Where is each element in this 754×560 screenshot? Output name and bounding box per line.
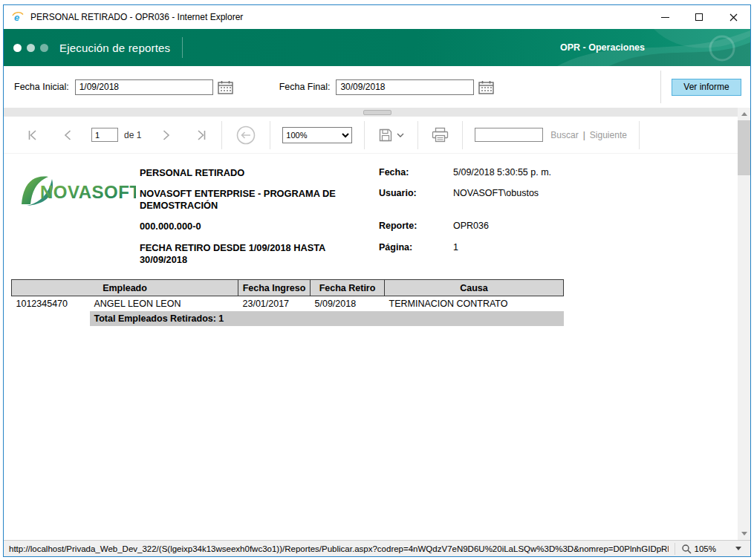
magnifier-icon xyxy=(681,544,692,554)
parameters-splitter xyxy=(4,108,750,117)
column-header-fecha-retiro: Fecha Retiro xyxy=(311,280,385,296)
export-save-button[interactable] xyxy=(377,126,406,144)
cell-fecha-ingreso: 23/01/2017 xyxy=(238,296,311,312)
novasoft-logo-icon: NOVASOFT xyxy=(19,170,136,209)
scroll-down-button[interactable] xyxy=(738,527,750,540)
cell-employee-name: ANGEL LEON LEON xyxy=(90,296,238,312)
cell-employee-code: 1012345470 xyxy=(12,296,90,312)
start-date-label: Fecha Inicial: xyxy=(14,82,69,92)
start-date-calendar-button[interactable] xyxy=(218,80,233,94)
last-page-button[interactable] xyxy=(193,128,209,143)
filter-divider xyxy=(660,71,661,103)
column-header-empleado: Empleado xyxy=(12,280,238,296)
status-right: 105% xyxy=(669,543,747,555)
report-meta: Fecha: 5/09/2018 5:30:55 p. m. Usuario: … xyxy=(379,167,551,269)
search-input[interactable] xyxy=(475,128,543,142)
calendar-icon xyxy=(478,80,494,94)
minimize-button[interactable] xyxy=(648,5,682,29)
next-page-button[interactable] xyxy=(160,128,172,143)
meta-reporte-label: Reporte: xyxy=(379,221,453,242)
first-page-icon xyxy=(26,129,39,141)
start-date-input[interactable] xyxy=(75,79,213,95)
report-page: NOVASOFT PERSONAL RETIRADO NOVASOFT ENTE… xyxy=(4,154,750,540)
scroll-up-button[interactable] xyxy=(738,108,750,120)
svg-text:NOVASOFT: NOVASOFT xyxy=(40,182,136,202)
toolbar-divider xyxy=(639,121,640,149)
end-date-label: Fecha Final: xyxy=(279,82,331,92)
banner-title: Ejecución de reportes xyxy=(59,42,170,54)
report-header: NOVASOFT PERSONAL RETIRADO NOVASOFT ENTE… xyxy=(19,167,728,269)
print-icon xyxy=(432,127,449,143)
zoom-dropdown-caret-icon[interactable] xyxy=(735,547,741,550)
minimize-icon xyxy=(661,17,669,18)
find-link[interactable]: Buscar xyxy=(550,130,578,140)
browser-zoom-value: 105% xyxy=(695,544,716,553)
table-row: 1012345470 ANGEL LEON LEON 23/01/2017 5/… xyxy=(12,296,564,312)
window-controls xyxy=(648,5,750,29)
svg-text:e: e xyxy=(14,12,19,23)
report-title: PERSONAL RETIRADO xyxy=(140,167,379,188)
meta-pagina-value: 1 xyxy=(453,242,458,269)
toolbar-divider xyxy=(364,121,365,149)
company-logo: NOVASOFT xyxy=(19,167,140,269)
meta-reporte-value: OPR036 xyxy=(453,221,489,242)
banner-dots-icon xyxy=(13,44,48,52)
browser-zoom-button[interactable]: 105% xyxy=(681,544,716,554)
export-caret-icon xyxy=(397,133,404,137)
report-viewer: de 1 100% xyxy=(4,108,750,540)
end-date-calendar-button[interactable] xyxy=(478,80,494,94)
back-to-parent-button[interactable] xyxy=(234,123,258,147)
close-button[interactable] xyxy=(716,5,750,29)
ie-icon: e xyxy=(11,10,25,24)
total-row-spacer xyxy=(12,311,90,326)
find-next-link[interactable]: Siguiente xyxy=(590,130,627,140)
next-page-icon xyxy=(162,129,171,141)
cell-causa: TERMINACION CONTRATO xyxy=(385,296,564,312)
close-icon xyxy=(729,13,738,22)
save-icon xyxy=(378,128,393,143)
vertical-scrollbar[interactable] xyxy=(738,108,750,540)
splitter-handle[interactable] xyxy=(363,110,391,115)
report-date-range: FECHA RETIRO DESDE 1/09/2018 HASTA 30/09… xyxy=(140,242,363,269)
total-row: Total Empleados Retirados: 1 xyxy=(12,311,564,326)
status-url: http://localhost/Privada_Web_Dev_322/(S(… xyxy=(9,544,669,553)
table-header-row: Empleado Fecha Ingreso Fecha Retiro Caus… xyxy=(12,280,564,296)
report-table: Empleado Fecha Ingreso Fecha Retiro Caus… xyxy=(11,279,564,326)
end-date-input[interactable] xyxy=(336,79,474,95)
prev-page-icon xyxy=(63,129,72,141)
company-name: NOVASOFT ENTERPRISE - PROGRAMA DE DEMOST… xyxy=(140,188,363,221)
meta-fecha-label: Fecha: xyxy=(379,167,453,188)
last-page-icon xyxy=(195,129,208,141)
browser-window: e PERSONAL RETIRADO - OPR036 - Internet … xyxy=(3,4,751,557)
column-header-causa: Causa xyxy=(385,280,564,296)
meta-usuario-value: NOVASOFT\obustos xyxy=(453,188,539,221)
toolbar-divider xyxy=(221,121,222,149)
back-parent-icon xyxy=(235,125,256,146)
scroll-down-icon xyxy=(741,532,747,535)
viewer-toolbar: de 1 100% xyxy=(4,117,750,154)
status-divider xyxy=(675,543,675,555)
scrollbar-thumb[interactable] xyxy=(738,120,750,175)
first-page-button[interactable] xyxy=(25,128,41,143)
zoom-select[interactable]: 100% xyxy=(282,127,352,143)
print-button[interactable] xyxy=(430,126,450,144)
window-title: PERSONAL RETIRADO - OPR036 - Internet Ex… xyxy=(30,12,648,22)
meta-fecha-value: 5/09/2018 5:30:55 p. m. xyxy=(453,167,551,188)
status-bar: http://localhost/Privada_Web_Dev_322/(S(… xyxy=(4,540,750,556)
meta-usuario-label: Usuario: xyxy=(379,188,453,221)
report-info: PERSONAL RETIRADO NOVASOFT ENTERPRISE - … xyxy=(140,167,379,269)
app-banner: Ejecución de reportes OPR - Operaciones xyxy=(4,29,750,66)
maximize-icon xyxy=(695,13,703,21)
toolbar-divider xyxy=(462,121,463,149)
maximize-button[interactable] xyxy=(682,5,716,29)
parameters-bar: Fecha Inicial: Fecha Final: xyxy=(4,66,750,108)
toolbar-divider xyxy=(270,121,270,149)
meta-pagina-label: Página: xyxy=(379,242,453,269)
previous-page-button[interactable] xyxy=(62,128,74,143)
column-header-fecha-ingreso: Fecha Ingreso xyxy=(238,280,311,296)
view-report-button[interactable]: Ver informe xyxy=(672,79,741,96)
total-label: Total Empleados Retirados: 1 xyxy=(90,311,564,326)
current-page-input[interactable] xyxy=(91,128,118,142)
module-label: OPR - Operaciones xyxy=(560,42,645,53)
cell-fecha-retiro: 5/09/2018 xyxy=(311,296,385,312)
